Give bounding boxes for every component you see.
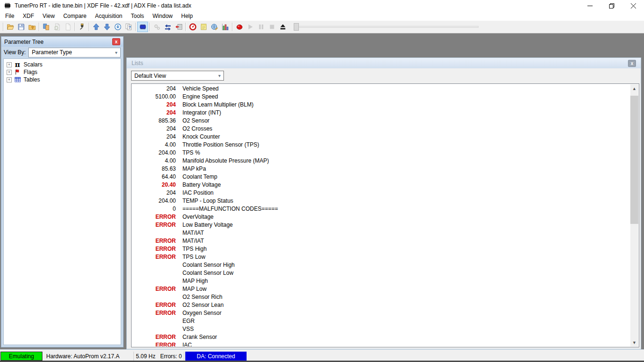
scrollbar-thumb[interactable] [630, 96, 638, 224]
list-item[interactable]: 204Vehicle Speed [132, 84, 630, 92]
tree-item-tables[interactable]: +Tables [7, 76, 121, 83]
compare-bins-icon[interactable] [41, 22, 51, 32]
list-item[interactable]: ERRORCrank Sensor [132, 333, 630, 341]
expand-icon[interactable]: + [7, 77, 12, 82]
vertical-scrollbar[interactable]: ▲ ▼ [630, 84, 638, 346]
list-item[interactable]: ERRORMAP Low [132, 285, 630, 293]
eject-icon[interactable] [277, 22, 288, 32]
param-value: 204 [132, 85, 176, 92]
list-item[interactable]: ERRORTPS High [132, 245, 630, 253]
list-item[interactable]: ERROROverVoltage [132, 213, 630, 221]
notepad-icon[interactable] [198, 22, 209, 32]
stop-icon[interactable] [266, 22, 277, 32]
settings-gears-icon[interactable] [151, 22, 162, 32]
menu-file[interactable]: File [1, 11, 18, 21]
menu-compare[interactable]: Compare [59, 11, 91, 21]
list-item[interactable]: 204IAC Position [132, 189, 630, 197]
slider-track [294, 26, 479, 28]
param-value: ERROR [132, 214, 176, 220]
list-item[interactable]: MAT/IAT [132, 229, 630, 237]
slider-handle[interactable] [294, 23, 299, 31]
save-file-icon[interactable] [16, 22, 26, 32]
parameter-tree-titlebar: Parameter Tree x [1, 37, 123, 47]
list-item[interactable]: 204O2 Crosses [132, 124, 630, 132]
list-item[interactable]: 204Knock Counter [132, 132, 630, 140]
pause-icon[interactable] [256, 22, 266, 32]
bar-chart-icon[interactable] [220, 22, 231, 32]
scroll-down-icon[interactable]: ▼ [630, 338, 638, 346]
list-item[interactable]: 204Integrator (INT) [132, 108, 630, 116]
update-checksum-icon[interactable] [112, 22, 123, 32]
list-item[interactable]: MAP High [132, 277, 630, 285]
open-file-icon[interactable] [5, 22, 16, 32]
sample-rate: 5.09 Hz [136, 353, 155, 360]
param-value: ERROR [132, 238, 176, 244]
menu-view[interactable]: View [38, 11, 59, 21]
list-item[interactable]: EGR [132, 317, 630, 325]
param-value: 4.00 [132, 157, 176, 164]
list-item[interactable]: ERRORO2 Sensor Lean [132, 301, 630, 309]
menu-tools[interactable]: Tools [127, 11, 149, 21]
move-down-icon[interactable] [101, 22, 112, 32]
emulator-chip-icon[interactable] [137, 22, 148, 32]
list-item[interactable]: 0=====MALFUNCTION CODES===== [132, 205, 630, 213]
move-up-icon[interactable] [91, 22, 101, 32]
list-view-dropdown[interactable]: Default View ▾ [131, 71, 224, 81]
list-item[interactable]: 4.00Manifold Absolute Pressure (MAP) [132, 156, 630, 165]
close-button[interactable] [622, 0, 644, 11]
list-item[interactable]: 5100.00Engine Speed [132, 92, 630, 100]
play-icon[interactable] [245, 22, 256, 32]
param-label: TPS % [182, 149, 200, 156]
record-icon[interactable] [234, 22, 245, 32]
list-item[interactable]: ERRORMAT/IAT [132, 237, 630, 245]
toolbar: ? [0, 21, 644, 33]
menu-acquisition[interactable]: Acquisition [91, 11, 127, 21]
lists-window: Lists x Default View ▾ 204Vehicle Speed5… [126, 58, 641, 349]
list-item[interactable]: VSS [132, 325, 630, 333]
list-item[interactable]: 204Block Learn Multiplier (BLM) [132, 100, 630, 108]
chevron-down-icon: ▾ [115, 50, 117, 55]
list-item[interactable]: 64.40Coolant Temp [132, 173, 630, 181]
scroll-up-icon[interactable]: ▲ [630, 84, 638, 92]
list-item[interactable]: ERRORLow Battery Voltage [132, 221, 630, 229]
trace-slider[interactable] [294, 23, 479, 31]
new-file-icon[interactable] [62, 22, 73, 32]
param-label: O2 Crosses [182, 125, 212, 132]
list-item[interactable]: 204.00TEMP - Loop Status [132, 197, 630, 205]
list-item[interactable]: ERRORIAC [132, 341, 630, 346]
list-item[interactable]: Coolant Sensor High [132, 261, 630, 269]
list-item[interactable]: 885.36O2 Sensor [132, 116, 630, 124]
list-item[interactable]: 4.00Throttle Position Sensor (TPS) [132, 140, 630, 148]
status-bar: Emulating Hardware: AutoProm v2.17.A 5.0… [0, 349, 644, 362]
parameter-tree-close-icon[interactable]: x [112, 38, 120, 45]
menu-window[interactable]: Window [149, 11, 177, 21]
lists-close-icon[interactable]: x [628, 60, 636, 67]
list-item[interactable]: 20.40Battery Voltage [132, 181, 630, 189]
restore-button[interactable] [601, 0, 622, 11]
list-item[interactable]: 85.63MAP kPa [132, 165, 630, 173]
menu-xdf[interactable]: XDF [18, 11, 38, 21]
tree-item-label: Scalars [24, 61, 42, 68]
toolbar-separator [74, 23, 75, 31]
import-film-icon[interactable] [173, 22, 184, 32]
list-item[interactable]: O2 Sensor Rich [132, 293, 630, 301]
view-by-dropdown[interactable]: Parameter Type ▾ [28, 48, 121, 58]
list-item[interactable]: ERRORTPS Low [132, 253, 630, 261]
menu-help[interactable]: Help [177, 11, 197, 21]
tree-item-flags[interactable]: +Flags [7, 68, 121, 76]
sync-compare-icon[interactable] [162, 22, 173, 32]
globe-edit-icon[interactable] [209, 22, 220, 32]
list-item[interactable]: Coolant Sensor Low [132, 269, 630, 277]
folder-up-icon[interactable] [26, 22, 37, 32]
tree-item-scalars[interactable]: +πScalars [7, 61, 121, 68]
expand-icon[interactable]: + [7, 70, 12, 75]
connector-icon[interactable] [76, 22, 87, 32]
paste-special-icon[interactable]: ? [123, 22, 134, 32]
expand-icon[interactable]: + [7, 62, 12, 67]
refresh-bin-icon[interactable] [51, 22, 62, 32]
minimize-button[interactable] [579, 0, 601, 11]
gauge-icon[interactable] [187, 22, 198, 32]
list-item[interactable]: ERROROxygen Sensor [132, 309, 630, 317]
list-item[interactable]: 204.00TPS % [132, 148, 630, 156]
rate-status: 5.09 Hz Errors: 0 [133, 352, 184, 361]
